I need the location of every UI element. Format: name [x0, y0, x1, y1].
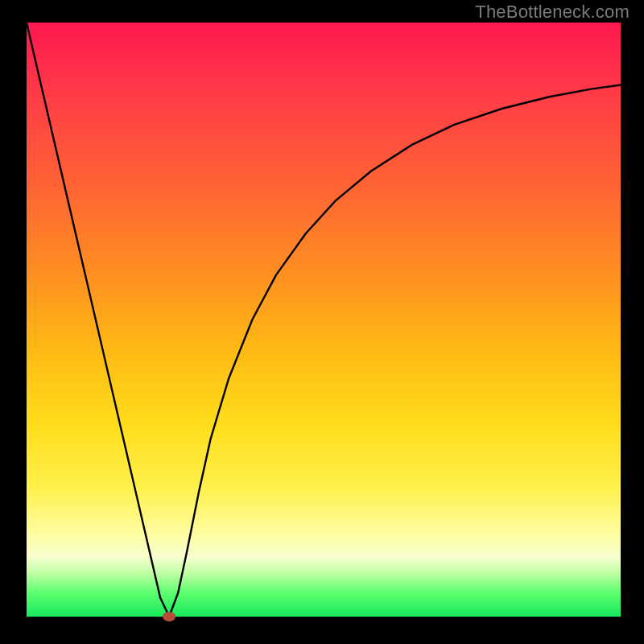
chart-curve	[27, 23, 621, 617]
watermark-text: TheBottleneck.com	[475, 2, 630, 23]
chart-frame: TheBottleneck.com	[0, 0, 644, 644]
minimum-marker	[163, 612, 175, 621]
chart-svg	[27, 23, 621, 617]
